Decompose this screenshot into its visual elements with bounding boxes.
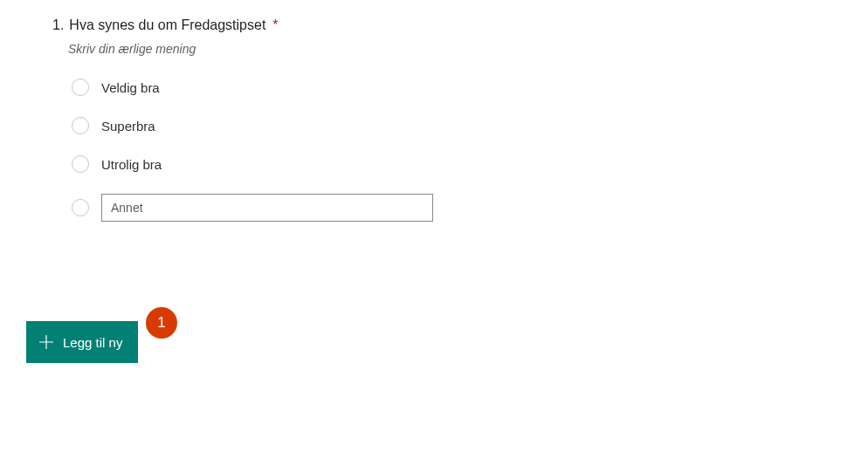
option-label: Utrolig bra: [101, 157, 162, 172]
radio-icon[interactable]: [72, 79, 89, 96]
options-list: Veldig bra Superbra Utrolig bra: [72, 79, 433, 222]
question-number: 1.: [52, 17, 64, 33]
notification-badge: 1: [146, 307, 177, 339]
question-subtitle: Skriv din ærlige mening: [68, 42, 433, 56]
option-row: Superbra: [72, 117, 433, 134]
badge-count: 1: [157, 314, 165, 332]
radio-icon[interactable]: [72, 199, 89, 216]
question-title: Hva synes du om Fredagstipset: [69, 17, 265, 33]
radio-icon[interactable]: [72, 117, 89, 134]
question-header: 1. Hva synes du om Fredagstipset *: [52, 17, 433, 33]
radio-icon[interactable]: [72, 155, 89, 173]
add-new-button[interactable]: Legg til ny: [26, 321, 138, 363]
option-row-other: [72, 194, 433, 222]
question-block: 1. Hva synes du om Fredagstipset * Skriv…: [52, 17, 433, 222]
option-row: Veldig bra: [72, 79, 433, 96]
option-row: Utrolig bra: [72, 155, 433, 173]
add-button-label: Legg til ny: [63, 335, 122, 350]
other-input[interactable]: [101, 194, 433, 222]
plus-icon: [38, 334, 54, 350]
option-label: Veldig bra: [101, 80, 160, 95]
required-indicator: *: [272, 17, 278, 33]
option-label: Superbra: [101, 119, 155, 134]
